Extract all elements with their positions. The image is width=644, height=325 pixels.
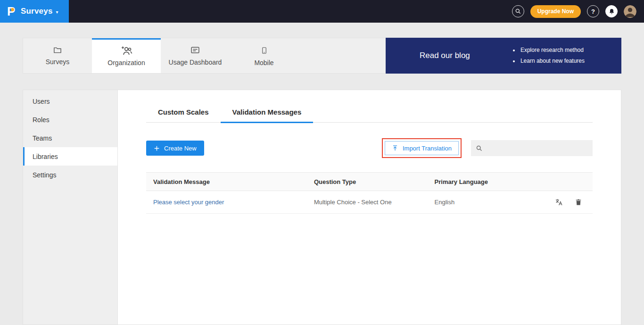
blog-banner-bullets: Explore research method Learn about new …	[512, 45, 585, 67]
validation-message-link[interactable]: Please select your gender	[146, 199, 307, 206]
dashboard-icon	[190, 46, 201, 55]
sidebar-item-roles[interactable]: Roles	[23, 110, 117, 129]
sidebar-item-teams[interactable]: Teams	[23, 129, 117, 147]
tab-validation-messages[interactable]: Validation Messages	[221, 108, 314, 122]
primary-language-cell: English	[428, 199, 544, 206]
brand-logo-icon: P	[5, 5, 17, 17]
tab-custom-scales[interactable]: Custom Scales	[146, 108, 221, 122]
help-icon[interactable]: ?	[587, 5, 599, 17]
table-header-row: Validation Message Question Type Primary…	[146, 172, 593, 191]
main-panel: Users Roles Teams Libraries Settings Cus…	[23, 90, 621, 325]
user-avatar[interactable]	[624, 5, 636, 18]
primary-nav-tabs: Surveys Organization Usag	[23, 38, 386, 74]
blog-banner[interactable]: Read our blog Explore research method Le…	[386, 38, 621, 74]
annotation-highlight-box: Import Translation	[382, 138, 462, 158]
folder-icon	[52, 46, 63, 55]
nav-item-organization[interactable]: Organization	[92, 38, 161, 73]
topbar: P Surveys ▾ Upgrade Now ?	[0, 0, 644, 23]
add-users-icon	[120, 45, 132, 56]
nav-item-usage-dashboard[interactable]: Usage Dashboard	[161, 38, 230, 73]
translate-icon[interactable]	[555, 198, 563, 207]
right-actions: Import Translation	[382, 138, 593, 158]
trash-icon[interactable]	[575, 198, 582, 207]
row-actions	[544, 198, 593, 207]
primary-nav: Surveys Organization Usag	[23, 38, 621, 74]
import-translation-label: Import Translation	[403, 145, 452, 152]
sidebar-item-libraries[interactable]: Libraries	[23, 147, 117, 166]
svg-text:P: P	[7, 5, 15, 17]
actions-row: Create New Import Translation	[146, 138, 593, 158]
libraries-tabs: Custom Scales Validation Messages	[146, 108, 593, 123]
column-header-question-type: Question Type	[307, 178, 428, 185]
table-search	[471, 140, 593, 156]
nav-item-label: Surveys	[46, 58, 70, 66]
nav-item-label: Mobile	[254, 59, 273, 67]
import-translation-button[interactable]: Import Translation	[385, 141, 459, 155]
topbar-actions: Upgrade Now ?	[512, 5, 644, 18]
notifications-bell-icon[interactable]	[605, 5, 618, 17]
blog-bullet: Explore research method	[520, 45, 585, 56]
nav-item-label: Usage Dashboard	[169, 58, 222, 66]
app-switcher[interactable]: P Surveys ▾	[0, 0, 69, 23]
nav-item-surveys[interactable]: Surveys	[23, 38, 92, 73]
upload-icon	[392, 145, 398, 151]
create-new-button[interactable]: Create New	[146, 141, 204, 156]
column-header-validation-message: Validation Message	[146, 178, 307, 185]
app-name: Surveys	[21, 7, 53, 16]
plus-icon	[154, 145, 160, 151]
blog-banner-title: Read our blog	[420, 51, 470, 60]
table-row: Please select your gender Multiple Choic…	[146, 191, 593, 214]
sidebar-item-users[interactable]: Users	[23, 92, 117, 110]
nav-item-label: Organization	[107, 59, 145, 67]
create-new-label: Create New	[164, 145, 197, 152]
settings-sidebar: Users Roles Teams Libraries Settings	[23, 90, 118, 325]
search-icon	[476, 145, 483, 152]
column-header-primary-language: Primary Language	[428, 178, 544, 185]
chevron-down-icon: ▾	[56, 9, 58, 15]
libraries-content: Custom Scales Validation Messages Create…	[118, 90, 621, 325]
search-input[interactable]	[487, 144, 588, 152]
nav-item-mobile[interactable]: Mobile	[230, 38, 298, 73]
upgrade-now-button[interactable]: Upgrade Now	[530, 5, 581, 18]
validation-messages-table: Validation Message Question Type Primary…	[146, 172, 593, 214]
question-type-cell: Multiple Choice - Select One	[307, 199, 428, 206]
mobile-phone-icon	[261, 45, 268, 56]
search-icon[interactable]	[512, 5, 524, 17]
sidebar-item-settings[interactable]: Settings	[23, 166, 117, 184]
blog-bullet: Learn about new features	[520, 56, 585, 67]
